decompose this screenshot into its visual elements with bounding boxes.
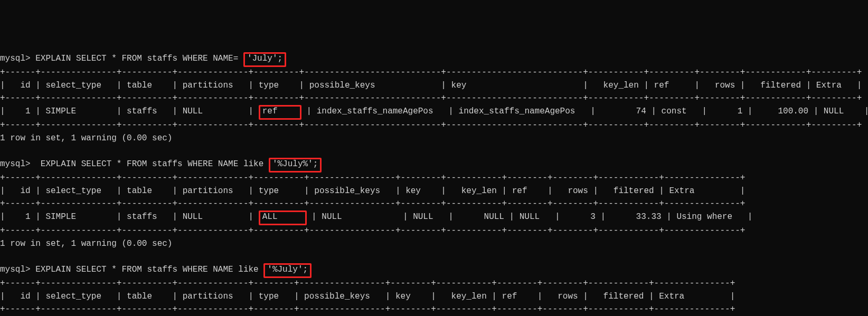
table-border: +------+---------------+----------+-----… <box>0 92 868 105</box>
table-row: | 1 | SIMPLE | staffs | NULL | ref | ind… <box>0 105 868 119</box>
rows-in-set: 1 row in set, 1 warning (0.00 sec) <box>0 132 868 145</box>
sql-query: mysql> EXPLAIN SELECT * FROM staffs WHER… <box>0 52 868 66</box>
highlight-type-cell: ref <box>259 105 301 120</box>
sql-query: mysql> EXPLAIN SELECT * FROM staffs WHER… <box>0 158 868 171</box>
table-header: | id | select_type | table | partitions … <box>0 79 868 92</box>
mysql-terminal[interactable]: mysql> EXPLAIN SELECT * FROM staffs WHER… <box>0 52 868 316</box>
highlight-literal: '%July%'; <box>269 158 322 173</box>
blank-line <box>0 250 868 263</box>
highlight-literal: 'July'; <box>243 52 286 67</box>
table-border: +------+---------------+----------+-----… <box>0 66 868 79</box>
table-border: +------+---------------+----------+-----… <box>0 119 868 132</box>
table-border: +------+---------------+----------+-----… <box>0 224 868 237</box>
table-header: | id | select_type | table | partitions … <box>0 290 868 303</box>
blank-line <box>0 145 868 158</box>
table-row: | 1 | SIMPLE | staffs | NULL | ALL | NUL… <box>0 210 868 224</box>
sql-query: mysql> EXPLAIN SELECT * FROM staffs WHER… <box>0 263 868 277</box>
table-border: +------+---------------+----------+-----… <box>0 277 868 290</box>
table-border: +------+---------------+----------+-----… <box>0 303 868 316</box>
highlight-literal: '%July'; <box>263 263 312 278</box>
table-border: +------+---------------+----------+-----… <box>0 197 868 210</box>
highlight-type-cell: ALL <box>259 210 307 225</box>
table-border: +------+---------------+----------+-----… <box>0 171 868 185</box>
table-header: | id | select_type | table | partitions … <box>0 185 868 198</box>
rows-in-set: 1 row in set, 1 warning (0.00 sec) <box>0 237 868 251</box>
